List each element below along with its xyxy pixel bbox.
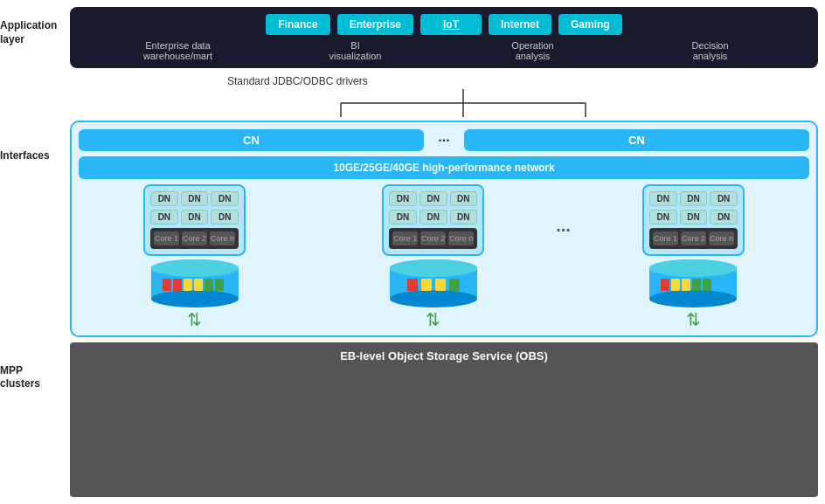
edw-label: Enterprise datawarehouse/mart	[89, 40, 267, 61]
svg-point-18	[390, 259, 477, 277]
dn-15: DN	[710, 191, 738, 206]
storage-3	[645, 259, 741, 307]
svg-rect-21	[435, 279, 446, 291]
label-mpp-clusters: MPPclusters	[0, 364, 70, 391]
core-n: Core n	[210, 231, 235, 245]
core-2: Core 2	[182, 231, 207, 245]
label-interfaces: Interfaces	[0, 149, 70, 163]
obs-bar: EB-level Object Storage Service (OBS)	[70, 342, 818, 497]
svg-rect-19	[407, 279, 418, 291]
core-n-3: Core n	[709, 231, 734, 245]
svg-point-25	[649, 290, 737, 307]
main-content: Finance Enterprise IoT Internet Gaming E…	[70, 0, 825, 504]
connector-area	[306, 89, 620, 117]
labels-column: Applicationlayer Interfaces MPPclusters …	[0, 0, 70, 504]
mpp-section: CN ··· CN 10GE/25GE/40GE high-performanc…	[70, 121, 818, 337]
svg-rect-12	[194, 279, 203, 291]
cn-row: CN ··· CN	[79, 129, 809, 151]
internet-btn[interactable]: Internet	[489, 14, 551, 35]
svg-rect-10	[173, 279, 182, 291]
finance-btn[interactable]: Finance	[266, 14, 329, 35]
svg-rect-20	[421, 279, 432, 291]
svg-rect-13	[205, 279, 213, 291]
interfaces-row: Standard JDBC/ODBC drivers	[70, 73, 818, 115]
dn-5: DN	[181, 210, 209, 224]
cores-row-3: Core 1 Core 2 Core n	[649, 228, 738, 249]
cn-dots: ···	[431, 133, 457, 148]
decision-label: Decisionanalysis	[621, 40, 799, 61]
dn-16: DN	[649, 210, 677, 224]
arrow-2: ⇅	[426, 311, 440, 328]
jdbc-text: Standard JDBC/ODBC drivers	[227, 75, 368, 87]
operation-label: Operationanalysis	[444, 40, 621, 61]
application-layer-box: Finance Enterprise IoT Internet Gaming E…	[70, 7, 818, 68]
svg-rect-29	[682, 279, 690, 291]
iot-btn[interactable]: IoT	[420, 14, 482, 35]
dn-grid-1-bot: DN DN DN	[150, 210, 239, 224]
core-1-3: Core 1	[653, 231, 678, 245]
dn-grid-1-top: DN DN DN	[150, 191, 239, 206]
gaming-btn[interactable]: Gaming	[558, 14, 622, 35]
dn-4: DN	[150, 210, 178, 224]
core-n-2: Core n	[448, 231, 474, 245]
bi-label: BIvisualization	[267, 40, 444, 61]
dn-9: DN	[450, 191, 478, 206]
dn-grid-3-top: DN DN DN	[649, 191, 738, 206]
diagram-wrapper: Applicationlayer Interfaces MPPclusters …	[0, 0, 825, 504]
dn-18: DN	[710, 210, 738, 224]
core-1: Core 1	[154, 231, 179, 245]
cores-row-2: Core 1 Core 2 Core n	[389, 228, 477, 249]
core-2-2: Core 2	[420, 231, 446, 245]
svg-rect-28	[671, 279, 680, 291]
label-application-layer: Applicationlayer	[0, 19, 70, 46]
dn-17: DN	[680, 210, 708, 224]
core-1-2: Core 1	[392, 231, 418, 245]
svg-point-26	[649, 259, 737, 277]
svg-point-17	[390, 290, 477, 307]
core-2-3: Core 2	[681, 231, 706, 245]
cn-left: CN	[79, 129, 424, 151]
network-bar: 10GE/25GE/40GE high-performance network	[79, 156, 809, 179]
arrow-1: ⇅	[187, 311, 202, 328]
app-buttons-row: Finance Enterprise IoT Internet Gaming	[80, 14, 808, 35]
arrow-3: ⇅	[686, 311, 701, 328]
svg-point-7	[151, 290, 239, 307]
svg-rect-30	[692, 279, 701, 291]
svg-rect-31	[703, 279, 711, 291]
svg-rect-11	[184, 279, 192, 291]
dn-6: DN	[211, 210, 239, 224]
dn-cluster-2: DN DN DN DN DN DN Core 1 Core 2 Core	[382, 184, 484, 256]
storage-1	[147, 259, 243, 307]
cluster-3-wrapper: DN DN DN DN DN DN Core 1 Core 2 Core	[578, 184, 809, 328]
dn-3: DN	[211, 191, 239, 206]
dn-grid-2-top: DN DN DN	[389, 191, 477, 206]
cluster-1-wrapper: DN DN DN DN DN DN Core 1 Core 2 Core	[79, 184, 310, 328]
dn-cluster-1: DN DN DN DN DN DN Core 1 Core 2 Core	[143, 184, 246, 256]
cluster-2-wrapper: DN DN DN DN DN DN Core 1 Core 2 Core	[317, 184, 549, 328]
enterprise-btn[interactable]: Enterprise	[337, 14, 413, 35]
svg-rect-9	[163, 279, 171, 291]
clusters-storage-wrapper: DN DN DN DN DN DN Core 1 Core 2 Core	[79, 184, 809, 328]
dn-14: DN	[680, 191, 708, 206]
dn-10: DN	[389, 210, 417, 224]
svg-point-8	[151, 259, 239, 277]
cores-row-1: Core 1 Core 2 Core n	[150, 228, 239, 249]
dn-2: DN	[181, 191, 209, 206]
svg-rect-14	[215, 279, 224, 291]
dn-cluster-3: DN DN DN DN DN DN Core 1 Core 2 Core	[642, 184, 745, 256]
dn-grid-2-bot: DN DN DN	[389, 210, 477, 224]
storage-2	[385, 259, 482, 307]
cn-right: CN	[464, 129, 809, 151]
app-labels-row: Enterprise datawarehouse/mart BIvisualiz…	[80, 40, 808, 61]
dn-grid-3-bot: DN DN DN	[649, 210, 738, 224]
dn-8: DN	[419, 191, 447, 206]
dn-12: DN	[450, 210, 478, 224]
dn-13: DN	[649, 191, 677, 206]
dn-1: DN	[150, 191, 178, 206]
svg-rect-22	[449, 279, 460, 291]
cluster-middle-dots: ···	[556, 184, 571, 328]
dn-7: DN	[389, 191, 417, 206]
dn-11: DN	[419, 210, 447, 224]
svg-rect-27	[661, 279, 669, 291]
